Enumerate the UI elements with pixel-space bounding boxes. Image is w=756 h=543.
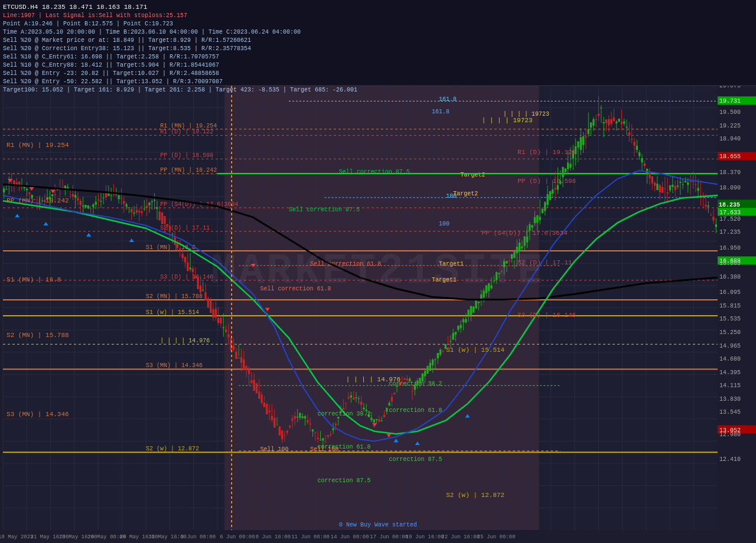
bottom-message: 0 New Buy Wave started — [339, 522, 417, 528]
price-chart — [0, 0, 756, 543]
chart-container: MARKET21SITE ETCUSD.H4 18.235 18.471 18.… — [0, 0, 756, 543]
